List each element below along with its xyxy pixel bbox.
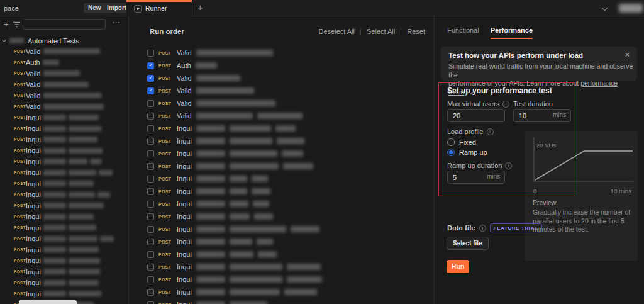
request-name: Auth xyxy=(26,59,40,66)
method-label: POST xyxy=(158,139,172,144)
sidebar-request-item[interactable]: POSTInqui xyxy=(0,256,129,267)
sidebar-request-item[interactable]: POSTInqui xyxy=(0,156,129,167)
request-checkbox[interactable] xyxy=(147,176,154,183)
redacted-text xyxy=(283,163,313,169)
close-icon[interactable]: ✕ xyxy=(625,51,630,59)
request-name: Inqui xyxy=(26,125,41,132)
sidebar-request-item[interactable]: POSTInqui xyxy=(0,222,129,234)
more-options-icon[interactable]: ⋯ xyxy=(112,18,121,27)
request-checkbox[interactable] xyxy=(147,113,154,120)
redacted-text xyxy=(230,163,279,169)
select-file-button[interactable]: Select file xyxy=(447,237,489,250)
sidebar-request-item[interactable]: POSTValid xyxy=(0,68,129,79)
sidebar-search-input[interactable] xyxy=(23,19,106,30)
tab-performance[interactable]: Performance xyxy=(491,26,533,39)
request-checkbox[interactable] xyxy=(147,213,154,220)
request-checkbox[interactable] xyxy=(147,188,154,195)
sidebar-request-item[interactable]: POSTInqui xyxy=(0,244,129,256)
request-name: Inqui xyxy=(177,150,192,157)
request-checkbox[interactable] xyxy=(147,138,154,145)
radio-ramp-up[interactable] xyxy=(447,149,455,156)
redacted-account-button[interactable] xyxy=(619,4,643,13)
radio-fixed[interactable] xyxy=(447,138,455,146)
chart-x-tick-0: 0 xyxy=(533,188,536,194)
redacted-text xyxy=(43,192,66,198)
method-label: POST xyxy=(14,137,23,142)
sidebar-request-item[interactable]: POSTInqui xyxy=(0,123,129,135)
sidebar-request-item[interactable]: POSTValid xyxy=(0,46,129,57)
deselect-all-link[interactable]: Deselect All xyxy=(319,28,355,35)
request-name: Inqui xyxy=(26,169,41,176)
redacted-text xyxy=(43,60,59,65)
method-label: POST xyxy=(158,215,172,219)
request-checkbox[interactable] xyxy=(147,264,154,271)
select-all-link[interactable]: Select All xyxy=(367,28,395,35)
radio-ramp-up-row[interactable]: Ramp up xyxy=(447,149,487,156)
request-checkbox-checked[interactable] xyxy=(147,75,154,82)
sidebar-request-item[interactable]: POSTInqui xyxy=(0,234,129,245)
sidebar-request-item[interactable]: POSTInqui xyxy=(0,145,129,157)
redacted-text xyxy=(258,251,277,257)
sidebar-request-item[interactable]: POSTValid xyxy=(0,79,129,91)
redacted-text xyxy=(43,159,66,164)
collection-row[interactable]: Automated Tests xyxy=(0,35,129,46)
sidebar-request-item[interactable]: POSTInqui xyxy=(0,112,129,123)
request-checkbox[interactable] xyxy=(147,163,154,170)
sidebar-request-item[interactable]: POSTValid xyxy=(0,101,129,113)
run-button[interactable]: Run xyxy=(447,260,469,273)
chevron-down-icon[interactable] xyxy=(602,5,608,11)
request-checkbox[interactable] xyxy=(147,201,154,208)
method-label: POST xyxy=(158,89,172,93)
sidebar-request-item[interactable]: POSTInqui xyxy=(0,288,129,300)
request-checkbox[interactable] xyxy=(147,150,154,157)
reset-link[interactable]: Reset xyxy=(407,28,425,35)
new-tab-button[interactable]: + xyxy=(197,2,203,13)
sidebar-request-item[interactable]: POSTInqui xyxy=(0,266,129,278)
request-name: Inqui xyxy=(26,290,41,298)
sidebar-request-item[interactable]: POSTInqui xyxy=(0,189,129,201)
radio-fixed-row[interactable]: Fixed xyxy=(447,138,476,146)
request-name: Inqui xyxy=(26,268,41,276)
sidebar-add-icon[interactable]: + xyxy=(4,20,9,29)
request-checkbox[interactable] xyxy=(147,289,154,296)
tab-functional[interactable]: Functional xyxy=(447,26,479,39)
sidebar-request-item[interactable]: POSTInqui xyxy=(0,278,129,289)
max-virtual-users-input[interactable] xyxy=(447,109,505,122)
filter-icon[interactable] xyxy=(13,21,20,28)
method-label: POST xyxy=(14,159,23,164)
request-checkbox[interactable] xyxy=(147,100,154,107)
workspace-name-partial[interactable]: pace xyxy=(4,4,19,12)
test-duration-label: Test duration xyxy=(513,100,553,108)
config-tabs: Functional Performance xyxy=(447,26,533,39)
sidebar-request-item[interactable]: POSTInqui xyxy=(0,167,129,179)
sidebar-request-item[interactable]: POSTInqui xyxy=(0,200,129,211)
chart-vu-annotation: 20 VUs xyxy=(536,142,556,149)
redacted-text xyxy=(252,188,270,194)
request-checkbox[interactable] xyxy=(147,301,154,304)
request-checkbox[interactable] xyxy=(147,239,154,245)
redacted-text xyxy=(196,239,225,245)
tab-runner[interactable]: Runner xyxy=(126,0,192,16)
redacted-text xyxy=(196,163,225,169)
sidebar-request-item[interactable]: POSTInqui xyxy=(0,211,129,223)
sidebar-request-item[interactable]: POSTInqui xyxy=(0,178,129,189)
redacted-text xyxy=(277,138,304,144)
request-checkbox-checked[interactable] xyxy=(147,62,154,69)
request-checkbox[interactable] xyxy=(147,251,154,258)
sidebar-request-item[interactable]: POSTAuth xyxy=(0,57,129,69)
method-label: POST xyxy=(14,171,23,175)
redacted-text xyxy=(99,170,113,176)
redacted-text xyxy=(43,70,80,76)
sidebar-request-item[interactable]: POSTInqui xyxy=(0,134,129,145)
list-actions: Deselect All Select All Reset xyxy=(319,28,425,35)
request-checkbox[interactable] xyxy=(147,276,154,283)
collection-expand-chevron-icon[interactable] xyxy=(2,38,6,42)
request-checkbox[interactable] xyxy=(147,125,154,132)
request-checkbox-checked[interactable] xyxy=(147,87,154,94)
redacted-text xyxy=(69,170,96,176)
redacted-text xyxy=(230,125,271,132)
request-checkbox[interactable] xyxy=(147,50,154,57)
request-checkbox[interactable] xyxy=(147,226,154,233)
redacted-text xyxy=(43,214,66,220)
sidebar-request-item[interactable]: POSTValid xyxy=(0,90,129,101)
